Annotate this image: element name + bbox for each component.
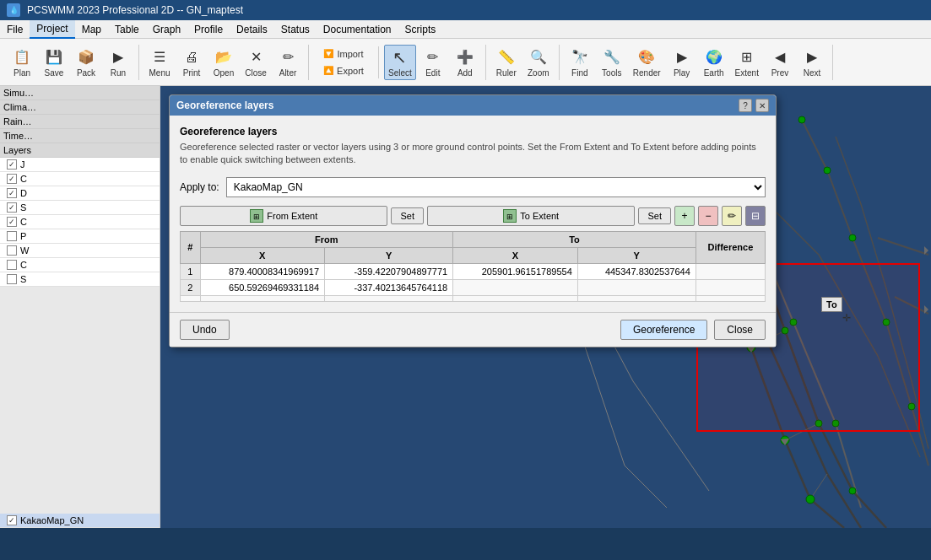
modal-heading: Georeference layers: [180, 126, 766, 137]
add-icon: ➕: [455, 47, 475, 67]
layer-s1-checkbox[interactable]: [7, 202, 17, 213]
layer-kakaomap[interactable]: KakaoMap_GN: [0, 514, 160, 528]
table-col-from: From: [200, 231, 453, 247]
layer-c3[interactable]: C: [0, 258, 160, 272]
apply-select[interactable]: KakaoMap_GN: [226, 177, 766, 197]
section-simu: Simu…: [0, 86, 160, 100]
table-cell-num-2: 2: [181, 279, 201, 295]
toolbar-group-tools: 🔭 Find 🔧 Tools 🎨 Render ▶ Play 🌍 Earth ⊞…: [561, 45, 833, 80]
layer-s2-checkbox[interactable]: [7, 274, 17, 284]
layer-p-checkbox[interactable]: [7, 231, 17, 241]
play-button[interactable]: ▶ Play: [667, 45, 697, 80]
layer-kakaomap-checkbox[interactable]: [7, 515, 17, 525]
add-button[interactable]: ➕ Add: [450, 45, 480, 80]
menu-status[interactable]: Status: [274, 21, 317, 38]
ruler-button[interactable]: 📏 Ruler: [491, 45, 522, 80]
toolbar-group-project: 📋 Plan 💾 Save 📦 Pack ▶ Run: [3, 45, 139, 80]
menu-map[interactable]: Map: [75, 21, 108, 38]
layer-c3-checkbox[interactable]: [7, 260, 17, 270]
pack-button[interactable]: 📦 Pack: [71, 45, 101, 80]
play-icon: ▶: [672, 47, 692, 67]
table-col-from-y: Y: [325, 247, 453, 263]
extent-button[interactable]: ⊞ Extent: [731, 45, 763, 80]
menu-documentation[interactable]: Documentation: [317, 21, 398, 38]
section-time: Time…: [0, 129, 160, 143]
modal-title-bar: Georeference layers ? ✕: [170, 95, 776, 116]
close-dialog-button[interactable]: Close: [714, 320, 766, 340]
edit-button[interactable]: ✏ Edit: [418, 45, 448, 80]
menu-details[interactable]: Details: [230, 21, 274, 38]
next-button[interactable]: ▶ Next: [797, 45, 827, 80]
layer-w[interactable]: W: [0, 244, 160, 258]
select-icon: ↖: [390, 47, 410, 67]
footer-left: Undo: [180, 320, 230, 340]
menu-graph[interactable]: Graph: [146, 21, 187, 38]
table-row[interactable]: 2 650.59269469331184 -337.40213645764118: [181, 279, 766, 295]
toolbar-group-select: ↖ Select ✏ Edit ➕ Add: [381, 45, 486, 80]
apply-label: Apply to:: [180, 181, 219, 193]
layer-c1[interactable]: C: [0, 172, 160, 186]
table-row[interactable]: 1 879.40008341969917 -359.42207904897771…: [181, 263, 766, 279]
menu-table[interactable]: Table: [108, 21, 146, 38]
plan-button[interactable]: 📋 Plan: [7, 45, 37, 80]
layer-d[interactable]: D: [0, 186, 160, 201]
map-area[interactable]: To ✛ Georeference layers ? ✕ Georeferenc…: [160, 86, 931, 528]
print-icon: 🖨: [181, 47, 202, 67]
save-button[interactable]: 💾 Save: [39, 45, 69, 80]
modal-help-button[interactable]: ?: [739, 99, 752, 112]
layer-d-checkbox[interactable]: [7, 188, 17, 198]
alter-button[interactable]: ✏ Alter: [273, 45, 303, 80]
table-cell-from-y-1: -359.42207904897771: [325, 263, 453, 279]
gcp-icons: + − ✏ ⊟: [674, 206, 766, 226]
from-extent-set-button[interactable]: Set: [391, 207, 424, 224]
edit-gcp-button[interactable]: ✏: [722, 206, 742, 226]
layer-s1[interactable]: S: [0, 201, 160, 215]
table-col-from-x: X: [200, 247, 325, 263]
import-button[interactable]: 🔽 Import: [314, 46, 373, 62]
render-button[interactable]: 🎨 Render: [629, 45, 665, 80]
layer-c2-checkbox[interactable]: [7, 217, 17, 227]
remove-gcp-button[interactable]: −: [698, 206, 718, 226]
layer-p[interactable]: P: [0, 229, 160, 244]
export-button[interactable]: 🔼 Export: [314, 63, 373, 78]
app-icon: 💧: [7, 3, 20, 17]
tools-button[interactable]: 🔧 Tools: [597, 45, 627, 80]
modal-close-button[interactable]: ✕: [755, 99, 769, 112]
run-button[interactable]: ▶ Run: [103, 45, 133, 80]
main-area: Simu… Clima… Rain… Time… Layers J C D S …: [0, 86, 931, 528]
layer-j[interactable]: J: [0, 158, 160, 172]
undo-button[interactable]: Undo: [180, 320, 230, 340]
find-button[interactable]: 🔭 Find: [565, 45, 595, 80]
to-extent-icon: ⊞: [503, 209, 517, 223]
earth-button[interactable]: 🌍 Earth: [699, 45, 729, 80]
menu-scripts[interactable]: Scripts: [398, 21, 443, 38]
georeference-button[interactable]: Georeference: [620, 320, 707, 340]
link-gcp-button[interactable]: ⊟: [745, 206, 766, 226]
run-icon: ▶: [108, 47, 128, 67]
print-button[interactable]: 🖨 Print: [176, 45, 207, 80]
menu-file[interactable]: File: [0, 21, 30, 38]
close-button[interactable]: ✕ Close: [241, 45, 271, 80]
open-button[interactable]: 📂 Open: [208, 45, 239, 80]
layer-w-checkbox[interactable]: [7, 245, 17, 256]
layer-c2[interactable]: C: [0, 215, 160, 229]
prev-button[interactable]: ◀ Prev: [765, 45, 795, 80]
layer-kakaomap-label: KakaoMap_GN: [20, 515, 84, 525]
edit-icon: ✏: [423, 47, 443, 67]
to-extent-button[interactable]: ⊞ To Extent: [427, 206, 635, 226]
menu-profile[interactable]: Profile: [187, 21, 230, 38]
earth-icon: 🌍: [704, 47, 724, 67]
menu-button[interactable]: ☰ Menu: [144, 45, 175, 80]
from-extent-button[interactable]: ⊞ From Extent: [180, 206, 387, 226]
zoom-button[interactable]: 🔍 Zoom: [523, 45, 554, 80]
table-col-difference: Difference: [696, 231, 765, 263]
select-button[interactable]: ↖ Select: [384, 45, 416, 80]
to-extent-set-button[interactable]: Set: [638, 207, 671, 224]
menu-project[interactable]: Project: [30, 20, 74, 39]
layer-c1-checkbox[interactable]: [7, 174, 17, 184]
layer-j-checkbox[interactable]: [7, 159, 17, 170]
add-gcp-button[interactable]: +: [674, 206, 695, 226]
tools-icon: 🔧: [602, 47, 622, 67]
from-extent-label: From Extent: [267, 211, 317, 221]
layer-s2[interactable]: S: [0, 272, 160, 287]
